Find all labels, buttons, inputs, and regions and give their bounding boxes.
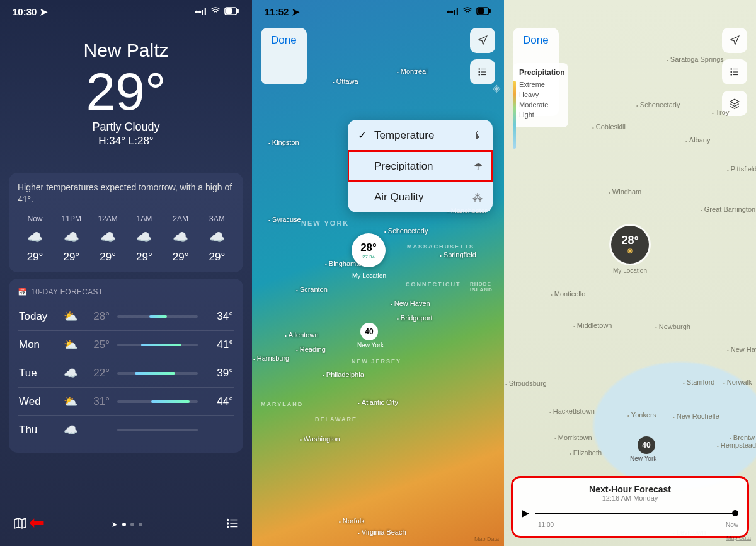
city-label: Springfield bbox=[440, 251, 476, 258]
status-bar: 11:52 ➤ ••ıl bbox=[252, 0, 504, 21]
ny-label: New York bbox=[630, 455, 656, 462]
location-icon: ➤ bbox=[292, 6, 300, 17]
svg-point-12 bbox=[479, 69, 480, 70]
city-label: Hackettstown bbox=[549, 407, 595, 415]
city-label: Newburgh bbox=[655, 323, 690, 330]
map-data-link[interactable]: Map Data bbox=[474, 536, 499, 542]
city-label: New Haven bbox=[391, 299, 430, 307]
svg-rect-11 bbox=[478, 9, 484, 13]
next-hour-timeline[interactable]: Next-Hour Forecast 12:16 AM Monday ▶ 11:… bbox=[513, 478, 747, 536]
my-location-label: My Location bbox=[344, 272, 394, 279]
city-label: Monticello bbox=[551, 290, 585, 298]
city-label: New Hav bbox=[727, 346, 756, 353]
current-temp: 29° bbox=[0, 65, 252, 118]
hourly-col: 11PM☁️29° bbox=[54, 214, 89, 264]
list-button[interactable] bbox=[226, 516, 239, 533]
svg-point-25 bbox=[731, 74, 732, 76]
ny-temp-badge[interactable]: 40 bbox=[360, 323, 378, 340]
ny-label: New York bbox=[345, 342, 396, 349]
layers-button[interactable]: ◈ bbox=[493, 82, 500, 94]
city-label: Scranton bbox=[296, 286, 328, 293]
map-button[interactable] bbox=[13, 516, 28, 533]
day-row[interactable]: Mon ⛅ 25° 41° bbox=[18, 330, 234, 359]
day-row[interactable]: Thu ☁️ bbox=[18, 415, 234, 444]
done-button[interactable]: Done bbox=[261, 28, 307, 84]
calendar-icon: 📅 bbox=[18, 288, 27, 296]
temp-range-bar bbox=[117, 315, 198, 318]
legend-row: Light bbox=[519, 111, 562, 119]
hourly-row[interactable]: Now☁️29° 11PM☁️29° 12AM☁️29° 1AM☁️29° 2A… bbox=[18, 214, 234, 264]
city-label: Schenectady bbox=[384, 227, 428, 235]
city-label: Brentw bbox=[730, 434, 755, 441]
day-hi: 34° bbox=[205, 310, 233, 323]
signal-icon: ••ıl bbox=[195, 6, 207, 17]
location-temp-badge[interactable]: 28°☀ bbox=[611, 226, 649, 264]
svg-point-14 bbox=[479, 71, 480, 73]
status-bar: 10:30 ➤ ••ıl bbox=[0, 0, 252, 21]
page-dots[interactable]: ➤ bbox=[112, 520, 142, 529]
temp-range-bar bbox=[117, 372, 198, 375]
play-button[interactable]: ▶ bbox=[522, 507, 529, 519]
city-label: Norwalk bbox=[723, 378, 752, 386]
current-condition: Partly Cloudy bbox=[0, 120, 252, 134]
particles-icon: ⁂ bbox=[472, 192, 483, 204]
precip-legend: Precipitation Extreme Heavy Moderate Lig… bbox=[513, 63, 568, 127]
ten-day-card[interactable]: 📅10-DAY FORECAST Today ⛅ 28° 34°Mon ⛅ 25… bbox=[9, 279, 243, 453]
location-temp-badge[interactable]: 28°27 34 bbox=[352, 233, 386, 267]
state-label: DELAWARE bbox=[315, 416, 357, 422]
layer-option-air-quality[interactable]: Air Quality⁂ bbox=[348, 182, 493, 212]
map-data-link[interactable]: Map Data bbox=[726, 535, 751, 541]
day-icon: ⛅ bbox=[59, 395, 82, 409]
hourly-col: Now☁️29° bbox=[18, 214, 52, 264]
day-name: Tue bbox=[19, 367, 59, 380]
city-label: Stamford bbox=[683, 378, 714, 386]
dot bbox=[122, 523, 126, 526]
locate-button[interactable] bbox=[470, 28, 495, 53]
wifi-icon bbox=[462, 5, 473, 18]
precipitation-map-pane[interactable]: 11:53 ➤ ••ıl Done Precipitation Extreme … bbox=[504, 0, 756, 546]
svg-point-21 bbox=[731, 69, 732, 70]
ny-temp-badge[interactable]: 40 bbox=[638, 436, 655, 454]
day-lo: 25° bbox=[82, 339, 110, 351]
day-row[interactable]: Today ⛅ 28° 34° bbox=[18, 303, 234, 330]
day-hi: 41° bbox=[205, 339, 233, 351]
layer-option-precipitation[interactable]: Precipitation☂ bbox=[348, 151, 493, 182]
list-button[interactable] bbox=[470, 59, 495, 84]
city-label: Allentown bbox=[285, 331, 319, 339]
temp-range-bar bbox=[117, 344, 198, 346]
layer-option-temperature[interactable]: ✓Temperature🌡 bbox=[348, 120, 493, 151]
city-label: Cobleskill bbox=[592, 123, 626, 131]
temperature-map-pane[interactable]: 11:52 ➤ ••ıl Done ◈ Montréal Ottawa King… bbox=[252, 0, 504, 546]
tick-label: 11:00 bbox=[538, 521, 554, 528]
day-name: Today bbox=[19, 310, 59, 323]
day-row[interactable]: Wed ⛅ 31° 44° bbox=[18, 387, 234, 415]
city-label: Troy bbox=[712, 108, 729, 116]
day-row[interactable]: Tue ☁️ 22° 39° bbox=[18, 359, 234, 387]
timeline-track[interactable] bbox=[536, 513, 738, 514]
umbrella-icon: ☂ bbox=[474, 161, 483, 173]
location-icon: ➤ bbox=[40, 6, 48, 18]
city-label: Yonkers bbox=[627, 411, 656, 419]
state-label: NEW YORK bbox=[301, 219, 349, 227]
city-label: Syracuse bbox=[268, 216, 301, 223]
city-label: Windham bbox=[609, 188, 641, 195]
city-label: Montréal bbox=[397, 67, 428, 75]
day-lo: 31° bbox=[82, 395, 110, 408]
hourly-card[interactable]: Higher temperatures expected tomorrow, w… bbox=[9, 173, 243, 272]
status-time: 11:52 bbox=[265, 6, 289, 17]
signal-icon: ••ıl bbox=[447, 6, 459, 17]
legend-row: Extreme bbox=[519, 81, 562, 88]
ten-day-heading: 📅10-DAY FORECAST bbox=[18, 288, 234, 296]
day-hi: 44° bbox=[205, 395, 233, 408]
timeline-subtitle: 12:16 AM Monday bbox=[522, 494, 738, 502]
list-button[interactable] bbox=[722, 59, 747, 84]
hi-lo: H:34° L:28° bbox=[0, 135, 252, 148]
weather-home-pane: 10:30 ➤ ••ıl New Paltz 29° Partly Cloudy… bbox=[0, 0, 252, 546]
hourly-col: 12AM☁️29° bbox=[91, 214, 125, 264]
locate-button[interactable] bbox=[722, 28, 747, 53]
city-label: New Rochelle bbox=[673, 412, 719, 420]
city-label: Kingston bbox=[268, 139, 299, 146]
status-right: ••ıl bbox=[195, 5, 239, 18]
city-label: Reading bbox=[296, 346, 326, 353]
city-label: Saratoga Springs bbox=[667, 55, 724, 63]
